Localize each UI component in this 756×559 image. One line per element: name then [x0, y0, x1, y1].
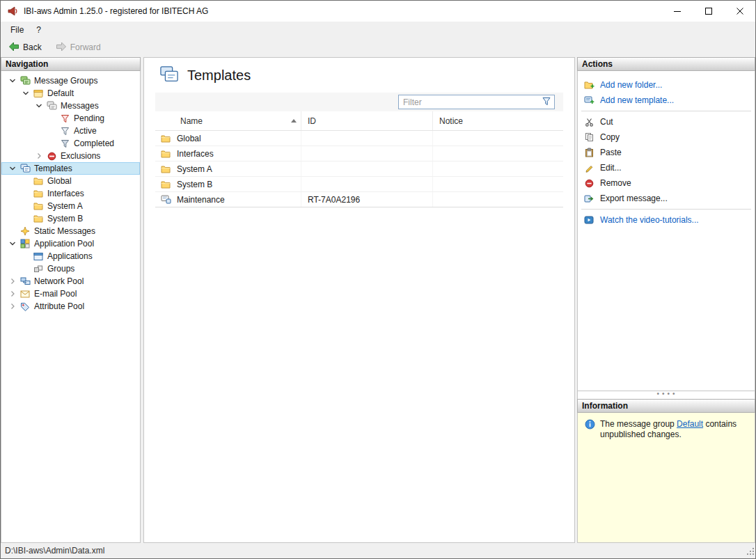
- column-header-label: Name: [180, 116, 203, 126]
- add-new-folder-button[interactable]: Add new folder...: [578, 77, 755, 93]
- cut-icon: [583, 118, 594, 127]
- information-header: Information: [577, 399, 755, 413]
- cut-button[interactable]: Cut: [578, 114, 755, 129]
- tree-item-email-pool[interactable]: E-mail Pool: [1, 288, 140, 300]
- edit-button[interactable]: Edit...: [578, 160, 755, 175]
- tree-item-attribute-pool[interactable]: Attribute Pool: [1, 300, 140, 313]
- export-icon: [583, 194, 594, 203]
- attribute-pool-icon: [18, 301, 32, 312]
- cell-id: [301, 131, 433, 145]
- filter-funnel-icon[interactable]: [542, 97, 551, 108]
- status-file-path: D:\IBI-aws\Admin\Data.xml: [5, 546, 104, 556]
- maximize-button[interactable]: [693, 1, 724, 22]
- app-icon: [7, 6, 18, 17]
- message-groups-icon: [18, 75, 32, 86]
- email-pool-icon: [18, 288, 32, 299]
- column-header-notice[interactable]: Notice: [433, 111, 563, 130]
- tree-item-label: Static Messages: [32, 226, 97, 237]
- column-header-label: Notice: [439, 116, 463, 126]
- tree-item-label: Message Groups: [32, 75, 100, 86]
- tree-item-groups[interactable]: Groups: [1, 262, 140, 275]
- actions-separator: [581, 209, 751, 210]
- add-folder-icon: [583, 81, 594, 90]
- chevron-down-icon[interactable]: [33, 100, 45, 111]
- column-header-id[interactable]: ID: [301, 111, 433, 130]
- watch-video-tutorials-button[interactable]: Watch the video-tutorials...: [578, 212, 755, 228]
- cell-name: Global: [177, 134, 201, 143]
- tree-item-applications[interactable]: Applications: [1, 250, 140, 262]
- main-area: Navigation Message Groups Default Messag…: [1, 57, 755, 543]
- resize-grip[interactable]: [746, 546, 755, 558]
- chevron-placeholder: [20, 175, 31, 187]
- default-group-link[interactable]: Default: [677, 419, 703, 429]
- folder-icon: [31, 188, 45, 199]
- table-header: Name ID Notice: [155, 111, 563, 131]
- tree-item-system-b[interactable]: System B: [1, 212, 140, 225]
- static-messages-icon: [18, 226, 32, 237]
- action-label: Watch the video-tutorials...: [600, 215, 699, 225]
- tree-item-system-a[interactable]: System A: [1, 200, 140, 212]
- tree-item-static-messages[interactable]: Static Messages: [1, 225, 140, 237]
- tree-item-label: Completed: [72, 138, 116, 149]
- folder-icon: [31, 213, 45, 224]
- chevron-placeholder: [47, 113, 58, 124]
- copy-button[interactable]: Copy: [578, 129, 755, 145]
- panel-splitter-handle[interactable]: [577, 391, 755, 399]
- tree-item-application-pool[interactable]: Application Pool: [1, 237, 140, 250]
- page-title: Templates: [187, 68, 251, 84]
- close-button[interactable]: [724, 1, 755, 22]
- menu-file[interactable]: File: [4, 22, 30, 38]
- forward-label: Forward: [70, 42, 101, 52]
- tree-item-network-pool[interactable]: Network Pool: [1, 275, 140, 288]
- table-row[interactable]: System B: [155, 177, 563, 192]
- tree-item-global[interactable]: Global: [1, 175, 140, 187]
- applications-icon: [31, 251, 45, 262]
- cell-notice: [433, 131, 563, 145]
- add-new-template-button[interactable]: Add new template...: [578, 93, 755, 108]
- chevron-down-icon[interactable]: [7, 75, 18, 86]
- table-row[interactable]: Global: [155, 131, 563, 146]
- templates-icon: [18, 163, 32, 174]
- table-row[interactable]: Maintenance RT-7A0A2196: [155, 192, 563, 207]
- actions-header: Actions: [577, 57, 755, 71]
- actions-list: Add new folder... Add new template... Cu…: [577, 71, 755, 391]
- actions-separator: [581, 111, 751, 111]
- table-empty-area: [155, 207, 563, 542]
- forward-button[interactable]: Forward: [53, 40, 104, 55]
- chevron-right-icon[interactable]: [7, 301, 18, 312]
- action-label: Edit...: [600, 163, 622, 173]
- chevron-right-icon[interactable]: [33, 150, 45, 162]
- paste-button[interactable]: Paste: [578, 145, 755, 160]
- chevron-down-icon[interactable]: [20, 88, 31, 99]
- table-row[interactable]: Interfaces: [155, 146, 563, 162]
- table-row[interactable]: System A: [155, 162, 563, 177]
- filter-band: [155, 93, 563, 111]
- cell-name: System B: [177, 180, 212, 189]
- video-icon: [583, 216, 594, 224]
- chevron-down-icon[interactable]: [7, 163, 18, 174]
- chevron-down-icon[interactable]: [7, 238, 18, 249]
- back-arrow-icon: [8, 42, 19, 54]
- status-bar: D:\IBI-aws\Admin\Data.xml: [1, 543, 755, 558]
- tree-item-default[interactable]: Default: [1, 87, 140, 100]
- tree-item-completed[interactable]: Completed: [1, 137, 140, 150]
- tree-item-messages[interactable]: Messages: [1, 100, 140, 112]
- chevron-right-icon[interactable]: [7, 276, 18, 287]
- message-group-default-icon: [31, 88, 45, 99]
- tree-item-interfaces[interactable]: Interfaces: [1, 187, 140, 200]
- filter-input[interactable]: [403, 97, 542, 107]
- tree-item-message-groups[interactable]: Message Groups: [1, 74, 140, 87]
- tree-item-templates[interactable]: Templates: [1, 162, 140, 175]
- menu-help[interactable]: ?: [30, 22, 47, 38]
- column-header-name[interactable]: Name: [155, 111, 301, 130]
- remove-button[interactable]: Remove: [578, 175, 755, 191]
- export-message-button[interactable]: Export message...: [578, 191, 755, 206]
- tree-item-pending[interactable]: Pending: [1, 112, 140, 125]
- tree-item-exclusions[interactable]: Exclusions: [1, 150, 140, 162]
- back-button[interactable]: Back: [6, 40, 45, 55]
- minimize-button[interactable]: [661, 1, 693, 22]
- tree-item-label: Attribute Pool: [32, 301, 86, 312]
- actions-panel: Actions Add new folder... Add new templa…: [577, 57, 755, 543]
- tree-item-active[interactable]: Active: [1, 125, 140, 137]
- chevron-right-icon[interactable]: [7, 288, 18, 299]
